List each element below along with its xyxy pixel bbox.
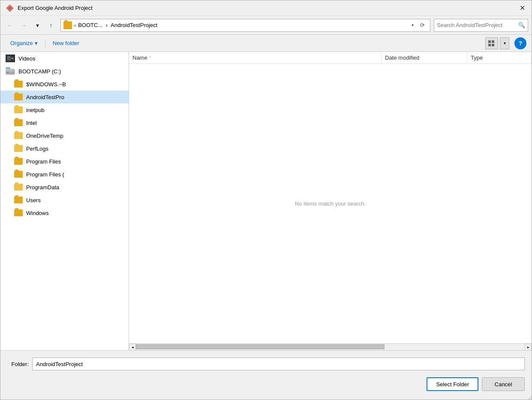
sidebar-item-users[interactable]: Users — [0, 194, 129, 206]
help-button[interactable]: ? — [514, 37, 526, 49]
file-list-body: No items match your search. — [129, 64, 532, 343]
folder-icon-windows-tilde — [14, 81, 23, 88]
h-scroll-right[interactable]: ▸ — [525, 344, 532, 351]
sidebar-label-bootcamp: BOOTCAMP (C:) — [18, 68, 61, 75]
svg-rect-16 — [6, 67, 8, 69]
title-bar: Export Google Android Project ✕ — [0, 0, 532, 16]
h-scroll-track[interactable] — [136, 344, 525, 350]
sidebar-label-programdata: ProgramData — [26, 184, 59, 191]
folder-icon-users — [14, 197, 23, 203]
view-dropdown-button[interactable]: ▾ — [500, 37, 509, 49]
address-folder-icon — [63, 21, 72, 29]
sidebar-label-perflogs: PerfLogs — [26, 145, 48, 152]
folder-icon-intel — [14, 119, 23, 126]
svg-rect-17 — [8, 67, 10, 69]
svg-rect-15 — [7, 72, 9, 73]
refresh-button[interactable]: ⟳ — [417, 20, 427, 30]
toolbar-divider — [45, 39, 45, 48]
folder-icon-onedrivetemp — [14, 132, 23, 139]
organize-button[interactable]: Organize ▾ — [6, 37, 42, 50]
sidebar-label-windows: Windows — [26, 210, 49, 216]
up-button[interactable]: ↑ — [45, 19, 57, 31]
main-content: Videos BOOTCAMP (C:) — [0, 52, 532, 350]
sidebar-item-perflogs[interactable]: PerfLogs — [0, 142, 129, 155]
col-header-date[interactable]: Date modified — [382, 52, 467, 64]
sidebar-label-intel: Intel — [26, 120, 37, 126]
folder-icon-perflogs — [14, 145, 23, 152]
new-folder-button[interactable]: New folder — [48, 37, 84, 50]
h-scrollbar: ◂ ▸ — [129, 343, 532, 350]
sidebar-item-program-files-x86[interactable]: Program Files ( — [0, 168, 129, 181]
svg-point-14 — [12, 70, 14, 71]
toolbar-right: ▾ ? — [485, 37, 526, 49]
svg-rect-4 — [488, 44, 491, 46]
drive-icon — [6, 67, 15, 75]
sidebar-label-users: Users — [26, 197, 41, 203]
search-icon[interactable]: 🔍 — [518, 22, 525, 28]
h-scroll-left[interactable]: ◂ — [129, 344, 136, 351]
button-row: Select Folder Cancel — [7, 377, 525, 391]
col-header-type[interactable]: Type — [467, 52, 532, 64]
svg-rect-2 — [488, 40, 491, 43]
sidebar-label-program-files-x86: Program Files ( — [26, 171, 64, 178]
toolbar: Organize ▾ New folder ▾ ? — [0, 35, 532, 52]
sidebar-label-windows-tilde: $WINDOWS.~B — [26, 81, 66, 88]
folder-label: Folder: — [7, 361, 29, 367]
h-scroll-thumb[interactable] — [136, 344, 385, 349]
folder-icon-inetpub — [14, 106, 23, 113]
empty-message: No items match your search. — [295, 200, 366, 207]
sidebar-item-videos[interactable]: Videos — [0, 52, 129, 65]
sidebar-label-program-files: Program Files — [26, 158, 61, 165]
view-icon-button[interactable] — [485, 37, 498, 49]
app-icon — [6, 4, 14, 12]
sidebar-item-windows-tilde[interactable]: $WINDOWS.~B — [0, 78, 129, 91]
address-bar: « BOOTC... › AndroidTestProject ▾ ⟳ — [60, 19, 430, 32]
sidebar: Videos BOOTCAMP (C:) — [0, 52, 129, 350]
folder-icon-windows — [14, 209, 23, 216]
nav-bar: ← → ▾ ↑ « BOOTC... › AndroidTestProject … — [0, 16, 532, 35]
svg-rect-5 — [492, 44, 494, 46]
sidebar-item-windows[interactable]: Windows — [0, 206, 129, 219]
folder-row: Folder: — [7, 358, 525, 370]
svg-rect-10 — [9, 57, 10, 58]
sort-arrow: ˄ — [149, 56, 151, 60]
sidebar-item-androidtest[interactable]: AndroidTestPro — [0, 91, 129, 103]
footer: Folder: Select Folder Cancel — [0, 350, 532, 400]
search-input[interactable] — [437, 22, 517, 28]
sidebar-item-intel[interactable]: Intel — [0, 116, 129, 129]
sidebar-item-program-files[interactable]: Program Files — [0, 155, 129, 168]
address-path1: BOOTC... › AndroidTestProject — [78, 22, 408, 28]
back-button[interactable]: ← — [4, 19, 16, 31]
svg-line-19 — [530, 398, 532, 400]
svg-rect-9 — [8, 57, 9, 58]
sidebar-item-programdata[interactable]: ProgramData — [0, 181, 129, 194]
dropdown-recent-button[interactable]: ▾ — [31, 19, 43, 31]
close-button[interactable]: ✕ — [516, 2, 528, 14]
forward-button[interactable]: → — [18, 19, 30, 31]
dialog-title: Export Google Android Project — [18, 5, 93, 11]
sidebar-item-onedrivetemp[interactable]: OneDriveTemp — [0, 129, 129, 142]
sidebar-item-bootcamp[interactable]: BOOTCAMP (C:) — [0, 65, 129, 78]
sidebar-label-androidtest: AndroidTestPro — [26, 94, 64, 100]
file-list: Name ˄ Date modified Type No items match… — [129, 52, 532, 350]
sidebar-label-inetpub: inetpub — [26, 107, 45, 113]
sidebar-item-inetpub[interactable]: inetpub — [0, 103, 129, 116]
select-folder-button[interactable]: Select Folder — [427, 377, 478, 391]
col-header-name[interactable]: Name ˄ — [129, 52, 382, 64]
svg-line-18 — [528, 396, 532, 400]
video-icon — [6, 55, 15, 62]
search-box: 🔍 — [434, 19, 528, 32]
file-list-header: Name ˄ Date modified Type — [129, 52, 532, 64]
folder-icon-androidtest — [14, 94, 23, 100]
title-bar-left: Export Google Android Project — [6, 4, 93, 12]
dialog: Export Google Android Project ✕ ← → ▾ ↑ … — [0, 0, 532, 400]
svg-rect-3 — [492, 40, 494, 43]
folder-icon-program-files-x86 — [14, 171, 23, 178]
cancel-button[interactable]: Cancel — [482, 377, 525, 391]
folder-icon-programdata — [14, 184, 23, 191]
sidebar-label-videos: Videos — [18, 55, 36, 62]
address-dropdown[interactable]: ▾ — [410, 23, 415, 27]
sidebar-label-onedrivetemp: OneDriveTemp — [26, 133, 63, 139]
folder-input[interactable] — [32, 358, 525, 370]
resize-corner[interactable] — [526, 394, 532, 400]
